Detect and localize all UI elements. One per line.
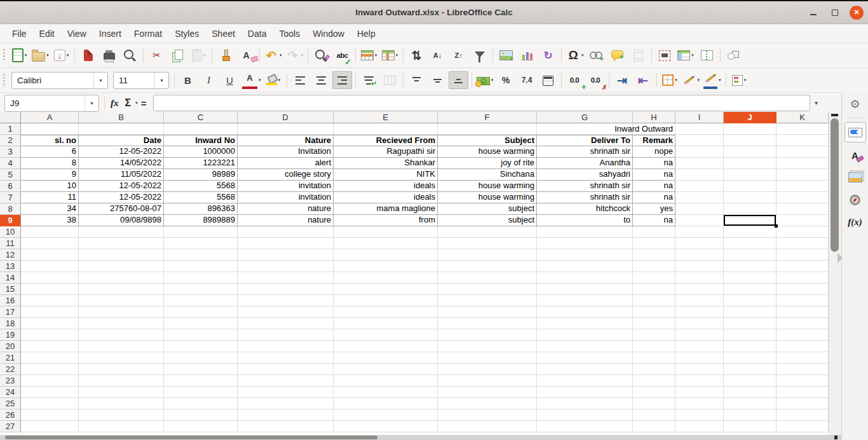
cell-B6[interactable]: 12-05-2022 [79, 181, 164, 192]
cell-D16[interactable] [238, 295, 334, 306]
cell-B18[interactable] [79, 318, 164, 329]
column-header-A[interactable]: A [21, 112, 79, 123]
cell-B13[interactable] [79, 261, 164, 272]
cell-B10[interactable] [79, 226, 164, 238]
cell-B2[interactable]: Date [79, 135, 164, 146]
insert-chart-button[interactable] [517, 46, 537, 64]
vertical-scrollbar-thumb[interactable] [831, 118, 839, 252]
open-dropdown-arrow[interactable]: ▾ [46, 53, 49, 58]
cell-K8[interactable] [776, 203, 829, 215]
cell-H9[interactable]: na [633, 215, 675, 226]
cell-C5[interactable]: 98989 [164, 169, 238, 181]
cell-F12[interactable] [438, 249, 537, 261]
paste-button[interactable]: ▾ [189, 46, 208, 64]
column-header-D[interactable]: D [238, 112, 334, 123]
row-header-27[interactable]: 27 [0, 421, 21, 432]
split-window-button[interactable] [697, 46, 717, 64]
cell-B7[interactable]: 12-05-2022 [79, 192, 164, 203]
cell-C19[interactable] [164, 329, 238, 341]
cell-A2[interactable]: sl. no [21, 135, 79, 146]
decrease-indent-button[interactable]: ⇤ [634, 71, 653, 89]
cell-G12[interactable] [537, 249, 633, 261]
menu-view[interactable]: View [61, 27, 93, 41]
cell-H18[interactable] [633, 318, 675, 329]
redo-dropdown-arrow[interactable]: ▾ [301, 53, 304, 58]
cell-C21[interactable] [164, 352, 238, 364]
cell-H2[interactable]: Remark [633, 135, 675, 146]
cell-I12[interactable] [675, 249, 724, 261]
cell-K25[interactable] [776, 398, 829, 409]
cell-B12[interactable] [79, 249, 164, 261]
cell-D6[interactable]: invitation [238, 181, 334, 192]
cell-I22[interactable] [675, 364, 724, 375]
column-header-G[interactable]: G [537, 112, 633, 123]
cell-K2[interactable] [776, 135, 829, 146]
cell-A4[interactable]: 8 [21, 158, 79, 169]
cell-D1[interactable] [238, 123, 334, 135]
conditional-formatting-dropdown-arrow[interactable]: ▾ [744, 78, 747, 83]
cell-G22[interactable] [537, 364, 633, 375]
paste-dropdown-arrow[interactable]: ▾ [203, 53, 206, 58]
cell-K10[interactable] [776, 226, 829, 238]
menu-file[interactable]: File [6, 27, 33, 41]
cell-H15[interactable] [633, 284, 675, 295]
cell-A6[interactable]: 10 [21, 181, 79, 192]
cell-I27[interactable] [675, 421, 724, 432]
cell-H10[interactable] [633, 226, 675, 238]
cell-K22[interactable] [776, 364, 829, 375]
cell-J21[interactable] [724, 352, 776, 364]
cell-H17[interactable] [633, 306, 675, 318]
bold-button[interactable]: B [178, 71, 198, 89]
row-header-13[interactable]: 13 [0, 261, 21, 272]
cell-F14[interactable] [438, 272, 537, 284]
cell-F18[interactable] [438, 318, 537, 329]
cell-I3[interactable] [675, 146, 724, 158]
cell-D12[interactable] [238, 249, 334, 261]
cell-J11[interactable] [724, 238, 776, 249]
cell-F3[interactable]: house warming [438, 146, 537, 158]
cell-D24[interactable] [238, 387, 334, 398]
cell-F2[interactable]: Subject [438, 135, 537, 146]
cell-A23[interactable] [21, 375, 79, 387]
export-pdf-button[interactable] [78, 46, 98, 64]
cell-C27[interactable] [164, 421, 238, 432]
border-style-button[interactable]: ▾ [681, 71, 702, 89]
insert-column-button[interactable]: ▾ [380, 46, 400, 64]
insert-hyperlink-button[interactable]: + [587, 46, 606, 64]
cell-F21[interactable] [438, 352, 537, 364]
cell-B9[interactable]: 09/08/9898 [79, 215, 164, 226]
cell-F15[interactable] [438, 284, 537, 295]
cell-B19[interactable] [79, 329, 164, 341]
cell-D11[interactable] [238, 238, 334, 249]
row-header-3[interactable]: 3 [0, 146, 21, 158]
cell-E17[interactable] [334, 306, 438, 318]
cell-K20[interactable] [776, 341, 829, 352]
cell-K21[interactable] [776, 352, 829, 364]
cell-E8[interactable]: mama maglione [334, 203, 438, 215]
cell-K18[interactable] [776, 318, 829, 329]
cell-C17[interactable] [164, 306, 238, 318]
delete-decimal-place-button[interactable]: 0.0✗ [586, 71, 606, 89]
cell-E1[interactable] [334, 123, 438, 135]
column-header-C[interactable]: C [164, 112, 238, 123]
highlighting-color-dropdown-arrow[interactable]: ▾ [278, 78, 281, 83]
cell-A3[interactable]: 6 [21, 146, 79, 158]
cell-J4[interactable] [724, 158, 776, 169]
cell-C18[interactable] [164, 318, 238, 329]
cell-H4[interactable]: na [633, 158, 675, 169]
cell-D13[interactable] [238, 261, 334, 272]
row-header-26[interactable]: 26 [0, 409, 21, 421]
cell-G23[interactable] [537, 375, 633, 387]
cell-G13[interactable] [537, 261, 633, 272]
cell-K19[interactable] [776, 329, 829, 341]
cell-K13[interactable] [776, 261, 829, 272]
row-header-21[interactable]: 21 [0, 352, 21, 364]
align-top-button[interactable] [407, 71, 426, 89]
cell-J25[interactable] [724, 398, 776, 409]
cell-A19[interactable] [21, 329, 79, 341]
row-header-6[interactable]: 6 [0, 181, 21, 192]
cell-B11[interactable] [79, 238, 164, 249]
cell-A11[interactable] [21, 238, 79, 249]
cell-F26[interactable] [438, 409, 537, 421]
horizontal-scrollbar-thumb[interactable] [5, 436, 377, 439]
